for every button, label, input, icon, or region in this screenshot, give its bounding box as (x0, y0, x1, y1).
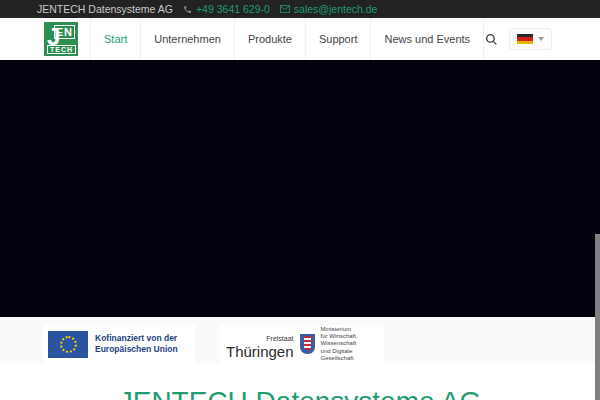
logo-letters-en: EN (54, 25, 75, 39)
ministry-text: Ministerium für Wirtschaft, Wissenschaft… (321, 326, 378, 362)
nav-item-produkte[interactable]: Produkte (234, 18, 305, 60)
nav-menu: Start Unternehmen Produkte Support News … (90, 18, 484, 60)
chevron-down-icon (538, 37, 544, 41)
page: JENTECH Datensysteme AG +49 3641 629-0 s… (0, 0, 600, 400)
nav-right-controls (485, 18, 552, 60)
nav-item-support[interactable]: Support (305, 18, 371, 60)
german-flag-icon (517, 34, 533, 44)
nav-item-start[interactable]: Start (90, 18, 140, 60)
search-icon[interactable] (485, 33, 498, 46)
thueringen-coat-of-arms-icon (300, 334, 315, 354)
email-link[interactable]: sales@jentech.de (280, 3, 378, 15)
company-name: JENTECH Datensysteme AG (37, 3, 173, 15)
eu-cofunded-logo: Kofinanziert von der Europäischen Union (43, 325, 195, 363)
topbar: JENTECH Datensysteme AG +49 3641 629-0 s… (0, 0, 600, 18)
nav-item-news-und-events[interactable]: News und Events (370, 18, 484, 60)
email-address: sales@jentech.de (294, 3, 378, 15)
ministry-line1: Ministerium (321, 326, 352, 332)
eu-flag-icon (48, 331, 88, 358)
ministry-line2: für Wirtschaft, Wissenschaft (321, 333, 358, 346)
scrollbar-thumb[interactable] (595, 234, 600, 400)
phone-icon (183, 5, 192, 14)
thueringen-ministry-logo: Freistaat Thüringen Ministerium für Wirt… (220, 325, 384, 363)
phone-number: +49 3641 629-0 (196, 3, 270, 15)
freistaat-label: Freistaat (266, 335, 293, 342)
eu-text-line2: Europäischen Union (95, 344, 178, 354)
phone-link[interactable]: +49 3641 629-0 (183, 3, 270, 15)
logo-letters-tech: TECH (47, 45, 76, 54)
section-title: JENTECH Datensysteme AG (0, 386, 600, 400)
jentech-logo[interactable]: J EN TECH (44, 22, 78, 56)
funding-logos-strip: Kofinanziert von der Europäischen Union … (0, 317, 600, 363)
thueringen-label: Thüringen (226, 343, 294, 360)
freistaat-thueringen-wordmark: Freistaat Thüringen (226, 328, 294, 360)
main-navigation: J EN TECH Start Unternehmen Produkte Sup… (0, 18, 600, 60)
eu-cofunded-text: Kofinanziert von der Europäischen Union (95, 333, 178, 355)
ministry-line3: und Digitale Gesellschaft (321, 348, 354, 361)
eu-text-line1: Kofinanziert von der (95, 333, 177, 343)
envelope-icon (280, 5, 290, 13)
language-selector[interactable] (509, 28, 552, 50)
nav-item-unternehmen[interactable]: Unternehmen (140, 18, 234, 60)
hero-slider (0, 60, 600, 317)
